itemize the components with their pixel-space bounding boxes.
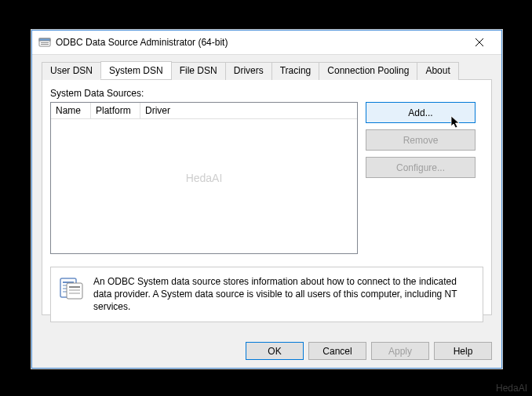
configure-button: Configure...: [366, 157, 476, 178]
app-icon: [38, 36, 51, 49]
client-area: User DSN System DSN File DSN Drivers Tra…: [32, 55, 501, 368]
close-icon: [476, 38, 483, 46]
side-buttons: Add... Remove Configure...: [366, 102, 476, 254]
data-sources-label: System Data Sources:: [50, 88, 483, 99]
svg-rect-1: [39, 38, 50, 41]
svg-rect-12: [69, 286, 80, 288]
tab-strip: User DSN System DSN File DSN Drivers Tra…: [42, 61, 492, 80]
column-driver[interactable]: Driver: [140, 103, 357, 118]
svg-rect-2: [41, 42, 49, 43]
info-text: An ODBC System data source stores inform…: [93, 275, 475, 314]
tab-system-dsn[interactable]: System DSN: [100, 61, 172, 79]
help-button[interactable]: Help: [434, 342, 492, 360]
svg-rect-13: [69, 289, 80, 291]
tab-tracing[interactable]: Tracing: [271, 62, 320, 80]
cancel-button[interactable]: Cancel: [308, 342, 366, 360]
dialog-buttons: OK Cancel Apply Help: [246, 342, 492, 360]
column-name[interactable]: Name: [51, 103, 91, 118]
data-sources-list[interactable]: Name Platform Driver HedaAI: [50, 102, 358, 254]
svg-rect-3: [41, 44, 49, 45]
watermark: HedaAI: [186, 172, 223, 184]
tab-about[interactable]: About: [417, 62, 458, 80]
odbc-admin-window: ODBC Data Source Administrator (64-bit) …: [31, 30, 502, 369]
database-icon: [59, 275, 84, 303]
add-button[interactable]: Add...: [366, 102, 476, 123]
svg-rect-14: [69, 292, 80, 294]
window-title: ODBC Data Source Administrator (64-bit): [56, 37, 464, 48]
ok-button[interactable]: OK: [246, 342, 304, 360]
page-watermark: HedaAI: [496, 383, 527, 394]
titlebar[interactable]: ODBC Data Source Administrator (64-bit): [32, 31, 501, 55]
list-headers: Name Platform Driver: [51, 103, 357, 119]
tab-file-dsn[interactable]: File DSN: [171, 62, 226, 80]
close-button[interactable]: [464, 31, 495, 53]
tab-drivers[interactable]: Drivers: [225, 62, 272, 80]
info-box: An ODBC System data source stores inform…: [50, 267, 483, 322]
tab-user-dsn[interactable]: User DSN: [42, 62, 101, 80]
column-platform[interactable]: Platform: [91, 103, 140, 118]
remove-button: Remove: [366, 129, 476, 151]
tab-connection-pooling[interactable]: Connection Pooling: [319, 62, 417, 80]
apply-button: Apply: [371, 342, 429, 360]
system-dsn-page: System Data Sources: Name Platform Drive…: [42, 80, 492, 315]
